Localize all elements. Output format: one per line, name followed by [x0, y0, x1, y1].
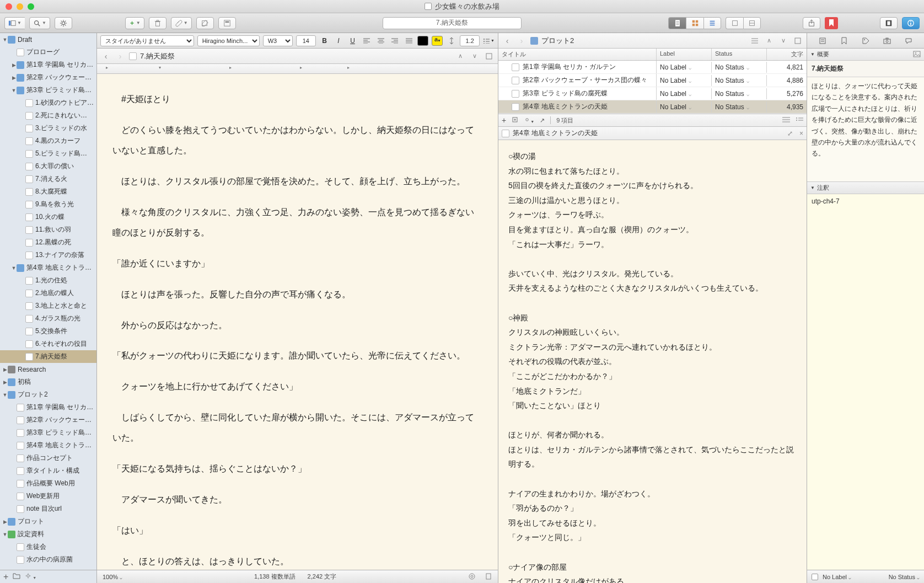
disclosure-triangle[interactable]: ▶: [11, 75, 17, 81]
disclosure-triangle[interactable]: ▼: [2, 37, 8, 42]
col-label[interactable]: Label: [657, 49, 712, 60]
disclosure-triangle[interactable]: ▼: [11, 88, 17, 93]
view-outliner-button[interactable]: [703, 17, 721, 29]
label-swatch[interactable]: [812, 574, 818, 580]
tab-snapshots[interactable]: [881, 36, 893, 46]
add-button[interactable]: ＋ ▼: [125, 17, 144, 29]
col-words[interactable]: 文字: [767, 49, 807, 60]
copyholder-text-area[interactable]: ○禊の湯水の羽に包まれて落ちたほとり。5回目の禊を終えた直後のクォーツに声をかけ…: [498, 140, 807, 583]
binder-row[interactable]: 2.地底の蝶人: [0, 287, 96, 299]
add-item-button[interactable]: +: [3, 572, 8, 582]
binder-row[interactable]: 10.火の蝶: [0, 211, 96, 223]
editor-header-title[interactable]: 7.納天姫祭: [140, 51, 452, 61]
binder-row[interactable]: 13.ナイアの奈落: [0, 249, 96, 261]
binder-row[interactable]: ▼第3章 ピラミッド島…: [0, 84, 96, 97]
outliner-row[interactable]: 第1章 学園島 セリカ・ガルテンNo Label⌵No Status⌵4,821: [498, 61, 807, 74]
disclosure-triangle[interactable]: ▶: [2, 519, 8, 525]
tab-metadata[interactable]: [859, 36, 872, 46]
line-spacing-stepper[interactable]: 1.2: [460, 35, 480, 46]
bold-button[interactable]: B: [319, 35, 330, 46]
disclosure-triangle[interactable]: ▶: [11, 62, 17, 68]
binder-gear-button[interactable]: ▼: [25, 573, 36, 581]
nav-up-button[interactable]: ∧: [455, 51, 466, 62]
font-size-stepper[interactable]: 14: [296, 35, 316, 46]
split-toggle-button[interactable]: [484, 51, 495, 62]
minimize-window-button[interactable]: [17, 3, 23, 10]
binder-row[interactable]: note 目次url: [0, 502, 96, 515]
tab-comments[interactable]: [902, 36, 915, 46]
settings-button[interactable]: [55, 17, 72, 29]
ol-open-button[interactable]: ↗: [540, 117, 545, 124]
binder-row[interactable]: ▼設定資料: [0, 528, 96, 541]
nav-forward-button[interactable]: ›: [115, 51, 126, 62]
view-corkboard-button[interactable]: [686, 17, 703, 29]
close-window-button[interactable]: [6, 3, 12, 10]
ol-status[interactable]: No Status⌵: [712, 101, 767, 113]
binder-row[interactable]: 作品コンセプト: [0, 452, 96, 464]
binder-row[interactable]: ▼Draft: [0, 33, 96, 46]
italic-button[interactable]: I: [333, 35, 344, 46]
underline-button[interactable]: U: [347, 35, 358, 46]
binder-row[interactable]: 12.黒蝶の死: [0, 236, 96, 249]
quickref-button[interactable]: [218, 17, 236, 29]
binder-row[interactable]: ▶Research: [0, 363, 96, 376]
binder-row[interactable]: 3.地上と水と命と: [0, 299, 96, 312]
binder-row[interactable]: プロローグ: [0, 46, 96, 58]
binder-row[interactable]: 7.消える火: [0, 173, 96, 185]
zoom-window-button[interactable]: [28, 3, 34, 10]
align-right-button[interactable]: [389, 35, 400, 46]
ol-status[interactable]: No Status⌵: [712, 62, 767, 73]
tab-notes[interactable]: [816, 36, 829, 46]
binder-row[interactable]: 8.大腐死蝶: [0, 185, 96, 198]
binder-row[interactable]: 4.ガラス瓶の光: [0, 312, 96, 325]
highlight-color-swatch[interactable]: a▼: [432, 36, 443, 46]
trash-button[interactable]: [149, 17, 166, 29]
share-button[interactable]: [803, 17, 820, 29]
bookmark-button[interactable]: [825, 17, 838, 29]
ruler[interactable]: ▸ ▾ ▸ ▸ ▸: [97, 64, 498, 74]
ol-status[interactable]: No Status⌵: [712, 88, 767, 99]
ol-add-child-button[interactable]: [512, 116, 518, 124]
label-select[interactable]: No Label ⌵: [823, 574, 851, 580]
ch-close-button[interactable]: ×: [799, 130, 803, 137]
disclosure-triangle[interactable]: ▼: [2, 532, 8, 537]
style-select[interactable]: スタイルがありません: [100, 35, 194, 46]
binder-row[interactable]: 5.ピラミッド島…: [0, 147, 96, 160]
compose-button[interactable]: [196, 17, 214, 29]
binder-row[interactable]: ▼第4章 地底ミクトラ…: [0, 261, 96, 274]
binder-row[interactable]: 2.死にきれない…: [0, 109, 96, 122]
synopsis-head[interactable]: ▼ 概要: [807, 49, 924, 61]
add-folder-button[interactable]: [13, 573, 20, 581]
ch-popout-button[interactable]: ⤢: [787, 130, 793, 137]
disclosure-triangle[interactable]: ▶: [2, 367, 8, 372]
disclosure-triangle[interactable]: ▶: [2, 379, 8, 385]
align-justify-button[interactable]: [404, 35, 415, 46]
ol-gear-button[interactable]: ▼: [524, 116, 534, 124]
outliner-row[interactable]: 第4章 地底ミクトランの天姫No Label⌵No Status⌵4,935: [498, 100, 807, 114]
align-left-button[interactable]: [361, 35, 372, 46]
binder-row[interactable]: 6.大罪の償い: [0, 160, 96, 173]
binder-tree[interactable]: ▼Draftプロローグ▶第1章 学園島 セリカ…▶第2章 バックウェー…▼第3章…: [0, 33, 96, 570]
binder-row[interactable]: 章タイトル・構成: [0, 464, 96, 477]
compose-mode-button[interactable]: [880, 17, 898, 29]
target-button[interactable]: [468, 573, 476, 581]
align-center-button[interactable]: [375, 35, 386, 46]
attach-button[interactable]: ▼: [171, 17, 192, 29]
list-button[interactable]: ▼: [483, 35, 495, 46]
binder-row[interactable]: ▶プロット: [0, 515, 96, 528]
synopsis-text[interactable]: ほとりは、クォーツに代わって天姫になることを決意する。案内された広場で一人にされ…: [807, 77, 924, 182]
binder-row[interactable]: 7.納天姫祭: [0, 350, 96, 363]
binder-row[interactable]: 第3章 ピラミッド島…: [0, 426, 96, 439]
ol-label[interactable]: No Label⌵: [657, 88, 712, 99]
binder-row[interactable]: 第2章 バックウェー…: [0, 414, 96, 426]
inspector-doc-title[interactable]: 7.納天姫祭: [807, 61, 924, 77]
zoom-control[interactable]: 100% ⌵: [103, 574, 122, 580]
font-select[interactable]: Hiragino Minch...: [197, 35, 260, 46]
search-button[interactable]: ▼: [29, 17, 50, 29]
binder-row[interactable]: 6.それぞれの役目: [0, 338, 96, 350]
binder-row[interactable]: ▶第2章 バックウェー…: [0, 71, 96, 84]
binder-row[interactable]: 1.砂漠のウトピア…: [0, 97, 96, 109]
view-document-button[interactable]: [668, 17, 686, 29]
toolbar-title-field[interactable]: 7.納天姫祭: [383, 17, 522, 29]
binder-row[interactable]: 水の中の病原菌: [0, 553, 96, 566]
